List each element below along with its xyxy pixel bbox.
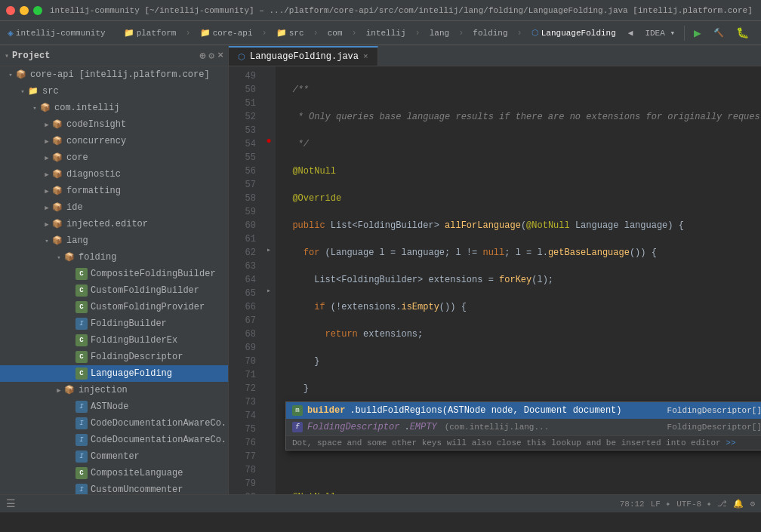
toolbar-debug[interactable]: 🐛	[732, 25, 753, 41]
tree-item-CustomFoldingBuilder[interactable]: C CustomFoldingBuilder	[0, 282, 228, 299]
statusbar-encoding[interactable]: UTF-8 ✦	[676, 499, 711, 509]
toolbar-run[interactable]: ▶	[689, 24, 706, 42]
toolbar-intellij[interactable]: intellij	[362, 27, 411, 39]
tab-icon: ⬡	[238, 52, 245, 62]
toolbar-project[interactable]: ◈ intellij-community	[3, 26, 110, 41]
tree-item-CompositeFoldingBuilder[interactable]: C CompositeFoldingBuilder	[0, 266, 228, 282]
tree-arrow: ▶	[42, 137, 51, 146]
toolbar-com[interactable]: com	[323, 27, 347, 39]
ac-item-1[interactable]: f FoldingDescriptor.EMPTY (com.intellij.…	[286, 419, 761, 435]
tree-item-ASTNode[interactable]: I ASTNode	[0, 398, 228, 415]
toolbar-lang[interactable]: lang	[425, 27, 454, 39]
tree-item-concurrency[interactable]: ▶ 📦 concurrency	[0, 133, 228, 149]
sidebar-icon-close[interactable]: ×	[217, 50, 223, 62]
toolbar-settings[interactable]: ⚙	[756, 26, 761, 39]
tree-item-core-api[interactable]: ▾ 📦 core-api [intellij.platform.core]	[0, 66, 228, 83]
tree-item-ide[interactable]: ▶ 📦 ide	[0, 199, 228, 216]
minimize-button[interactable]	[20, 6, 29, 15]
tree-item-CustomFoldingProvider[interactable]: C CustomFoldingProvider	[0, 299, 228, 315]
code-line-55: for (Language l = language; l != null; l…	[282, 246, 761, 260]
ac-item-call-1: .EMPTY	[404, 422, 436, 432]
class-icon: C	[75, 268, 88, 280]
toolbar-build[interactable]: 🔨	[709, 26, 729, 39]
statusbar-settings-icon[interactable]: ⚙	[750, 499, 755, 509]
ac-item-call-0: .buildFoldRegions(ASTNode node, Document…	[350, 405, 621, 416]
sidebar-icon-scope[interactable]: ⊕	[200, 50, 206, 62]
package-icon: 📦	[63, 384, 75, 396]
tree-item-CodeDoc2[interactable]: I CodeDocumentationAwareCo...	[0, 432, 228, 448]
tree-item-lang[interactable]: ▾ 📦 lang	[0, 232, 228, 249]
tree-item-CodeDoc1[interactable]: I CodeDocumentationAwareCo...	[0, 415, 228, 432]
toolbar-idea[interactable]: IDEA ▾	[640, 26, 679, 39]
code-line-53: @Override	[282, 192, 761, 205]
tree-label: CustomUncommenter	[91, 484, 183, 494]
tree-arrow: ▾	[30, 104, 39, 112]
tree-arrow: ▶	[42, 171, 51, 179]
ac-item-return-1: FoldingDescriptor[]	[667, 423, 761, 432]
statusbar-git-icon[interactable]: ⎇	[717, 499, 727, 509]
tree-label: core-api [intellij.platform.core]	[30, 69, 210, 80]
tree-arrow: ▶	[42, 220, 51, 229]
ac-item-0[interactable]: m builder.buildFoldRegions(ASTNode node,…	[286, 402, 761, 419]
code-line-56: List<FoldingBuilder> extensions = forKey…	[282, 273, 761, 287]
src-folder-icon: 📁	[27, 85, 39, 97]
ac-item-name-1: FoldingDescriptor	[307, 422, 399, 432]
tree-item-LanguageFolding[interactable]: C LanguageFolding	[0, 365, 228, 382]
tree-item-com-intellij[interactable]: ▾ 📦 com.intellij	[0, 100, 228, 116]
package-icon: 📦	[39, 102, 51, 114]
toolbar-platform[interactable]: 📁 platform	[119, 26, 181, 39]
statusbar-notifications-icon[interactable]: 🔔	[733, 499, 744, 509]
tree-item-CompositeLanguage[interactable]: C CompositeLanguage	[0, 465, 228, 481]
tree-label: com.intellij	[54, 103, 119, 113]
toolbar-folding[interactable]: folding	[468, 27, 512, 39]
maximize-button[interactable]	[33, 6, 42, 15]
breakpoint-54[interactable]: ●	[262, 134, 276, 148]
tree-item-injected-editor[interactable]: ▶ 📦 injected.editor	[0, 216, 228, 232]
tree-item-formatting[interactable]: ▶ 📦 formatting	[0, 183, 228, 199]
code-editor[interactable]: 49 50 51 52 53 54 55 56 57 58 59 60 61 6…	[229, 66, 761, 494]
tree-item-injection[interactable]: ▶ 📦 injection	[0, 382, 228, 398]
tree-item-FoldingDescriptor[interactable]: C FoldingDescriptor	[0, 349, 228, 365]
tree-arrow: ▶	[42, 154, 51, 162]
ac-item-icon-0: m	[292, 405, 303, 416]
tree-item-codeInsight[interactable]: ▶ 📦 codeInsight	[0, 116, 228, 133]
ac-item-qualifier-1: (com.intellij.lang...	[445, 423, 550, 432]
tree-item-Commenter[interactable]: I Commenter	[0, 448, 228, 465]
tree-label: injected.editor	[66, 219, 148, 229]
autocomplete-popup[interactable]: m builder.buildFoldRegions(ASTNode node,…	[285, 401, 761, 451]
code-line-52: @NotNull	[282, 165, 761, 178]
close-button[interactable]	[6, 6, 15, 15]
tree-item-FoldingBuilder[interactable]: I FoldingBuilder	[0, 315, 228, 332]
tree-item-FoldingBuilderEx[interactable]: C FoldingBuilderEx	[0, 332, 228, 349]
tree-label: formatting	[66, 186, 121, 196]
tree-arrow: ▾	[6, 71, 15, 79]
statusbar-position[interactable]: 78:12	[620, 500, 645, 509]
tree-item-CustomUncommenter[interactable]: I CustomUncommenter	[0, 481, 228, 494]
fold-62[interactable]: ▸	[262, 243, 276, 257]
tree-label: src	[42, 86, 59, 97]
ac-hint-link[interactable]: >>	[726, 438, 735, 447]
toolbar-back[interactable]: ◀	[624, 26, 638, 39]
statusbar-lf[interactable]: LF ✦	[651, 499, 670, 509]
fold-65[interactable]: ▸	[262, 284, 276, 297]
ac-hint: Dot, space and some other keys will also…	[286, 435, 761, 450]
toolbar-languagefolding[interactable]: ⬡ LanguageFolding	[527, 26, 621, 39]
class-icon: C	[75, 467, 88, 479]
ac-hint-text: Dot, space and some other keys will also…	[292, 438, 726, 447]
editor-tab-languagefolding[interactable]: ⬡ LanguageFolding.java ×	[229, 46, 378, 66]
sidebar-icon-settings[interactable]: ⚙	[208, 50, 214, 62]
ac-item-icon-1: f	[292, 422, 303, 432]
tab-close-button[interactable]: ×	[363, 52, 368, 61]
package-icon: 📦	[51, 152, 63, 164]
toolbar-src[interactable]: 📁 src	[272, 26, 309, 39]
tree-arrow: ▶	[42, 121, 51, 129]
editor-gutter: ● ▸ ▸	[262, 66, 276, 494]
tree-label: lang	[66, 235, 88, 246]
tree-item-src[interactable]: ▾ 📁 src	[0, 83, 228, 100]
tree-item-core[interactable]: ▶ 📦 core	[0, 149, 228, 166]
tree-item-diagnostic[interactable]: ▶ 📦 diagnostic	[0, 166, 228, 183]
tree-label: core	[66, 152, 88, 163]
toolbar-core-api[interactable]: 📁 core-api	[196, 26, 257, 39]
sidebar-header: ▾ Project ⊕ ⚙ ×	[0, 45, 228, 66]
tree-item-folding[interactable]: ▾ 📦 folding	[0, 249, 228, 266]
